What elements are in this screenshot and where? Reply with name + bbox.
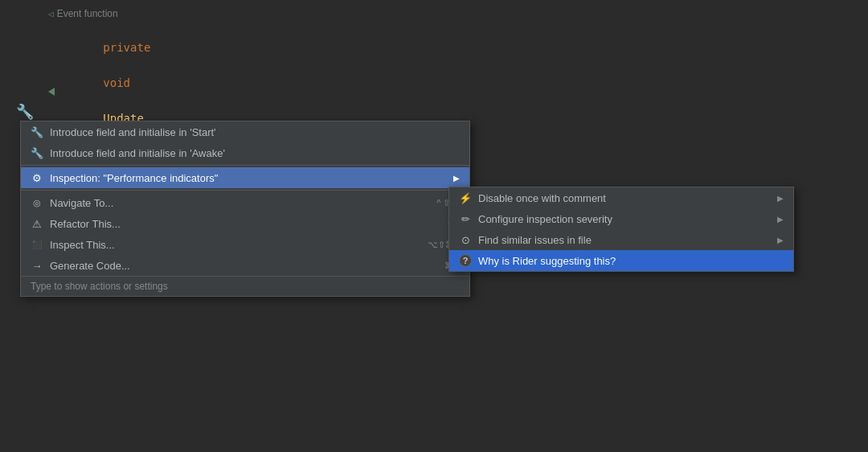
- submenu-item-configure[interactable]: ✏ Configure inspection severity ▶: [449, 208, 793, 229]
- introduce-awake-icon: 🔧: [31, 146, 43, 159]
- menu-item-inspect[interactable]: ⬛ Inspect This... ⌥⇧⌘A: [21, 234, 469, 255]
- navigate-label: Navigate To...: [50, 197, 430, 209]
- wrench-indicator[interactable]: 🔧: [16, 103, 34, 120]
- find-similar-arrow: ▶: [777, 236, 784, 244]
- why-rider-icon: ?: [459, 254, 472, 267]
- generate-icon: →: [31, 259, 43, 272]
- generate-label: Generate Code...: [50, 260, 438, 272]
- refactor-icon: ⚠: [31, 217, 43, 230]
- find-similar-label: Find similar issues in file: [478, 234, 768, 246]
- menu-separator-2: [21, 190, 469, 191]
- introduce-start-label: Introduce field and initialise in 'Start…: [50, 126, 460, 138]
- configure-label: Configure inspection severity: [478, 213, 768, 225]
- introduce-awake-label: Introduce field and initialise in 'Awake…: [50, 147, 460, 159]
- inspection-label: Inspection: "Performance indicators": [50, 172, 444, 184]
- submenu-item-find-similar[interactable]: ⊙ Find similar issues in file ▶: [449, 229, 793, 250]
- disable-label: Disable once with comment: [478, 192, 768, 204]
- disable-icon: ⚡: [459, 191, 472, 204]
- primary-context-menu: 🔧 Introduce field and initialise in 'Sta…: [20, 121, 470, 297]
- code-annotation: ◁ Event function: [0, 8, 868, 19]
- annotation-text: Event function: [57, 8, 118, 19]
- inspection-arrow: ▶: [453, 174, 460, 183]
- disable-arrow: ▶: [777, 194, 784, 203]
- menu-item-generate[interactable]: → Generate Code... ⌘N: [21, 255, 469, 276]
- introduce-start-icon: 🔧: [31, 125, 43, 138]
- menu-item-refactor[interactable]: ⚠ Refactor This... ^ T: [21, 213, 469, 234]
- inspect-label: Inspect This...: [50, 239, 421, 251]
- menu-item-introduce-start[interactable]: 🔧 Introduce field and initialise in 'Sta…: [21, 121, 469, 142]
- menu-item-navigate[interactable]: ◎ Navigate To... ^ ⇧ G: [21, 192, 469, 213]
- configure-arrow: ▶: [777, 215, 784, 224]
- configure-icon: ✏: [459, 212, 472, 225]
- submenu-item-disable[interactable]: ⚡ Disable once with comment ▶: [449, 187, 793, 208]
- inspect-icon: ⬛: [31, 238, 43, 251]
- inspection-icon: ⚙: [31, 171, 43, 184]
- annotation-icon: ◁: [48, 9, 54, 19]
- secondary-context-menu: ⚡ Disable once with comment ▶ ✏ Configur…: [448, 187, 794, 272]
- find-similar-icon: ⊙: [459, 233, 472, 246]
- navigate-icon: ◎: [31, 196, 43, 209]
- menu-footer: Type to show actions or settings: [21, 276, 469, 296]
- menu-footer-text: Type to show actions or settings: [31, 281, 168, 292]
- submenu-item-why-rider[interactable]: ? Why is Rider suggesting this?: [449, 250, 793, 271]
- refactor-label: Refactor This...: [50, 218, 441, 230]
- why-rider-label: Why is Rider suggesting this?: [478, 255, 784, 267]
- menu-item-introduce-awake[interactable]: 🔧 Introduce field and initialise in 'Awa…: [21, 142, 469, 163]
- menu-separator-1: [21, 165, 469, 166]
- menu-item-inspection[interactable]: ⚙ Inspection: "Performance indicators" ▶: [21, 167, 469, 188]
